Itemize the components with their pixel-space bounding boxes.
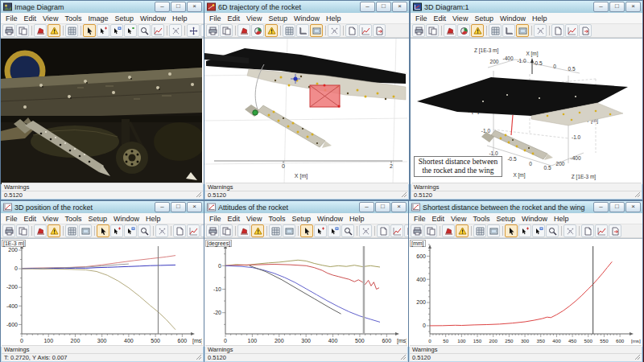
- frame-icon[interactable]: [283, 224, 295, 237]
- arrow-icon[interactable]: [83, 24, 96, 37]
- copy-icon[interactable]: [220, 24, 233, 37]
- copy-icon[interactable]: [16, 224, 29, 237]
- menu-item-edit[interactable]: Edit: [429, 215, 448, 223]
- track-icon[interactable]: [518, 224, 531, 237]
- maximize-button[interactable]: □: [376, 2, 391, 12]
- grid-icon[interactable]: [65, 224, 78, 237]
- titlebar[interactable]: Image Diagram – □ ×: [1, 1, 204, 13]
- fit-icon[interactable]: [328, 24, 341, 37]
- menu-item-help[interactable]: Help: [346, 215, 368, 223]
- menu-item-tools[interactable]: Tools: [61, 215, 85, 223]
- resize-grip[interactable]: [635, 192, 641, 198]
- move-icon[interactable]: [187, 24, 200, 37]
- chart-icon[interactable]: [565, 24, 578, 37]
- menu-item-tools[interactable]: Tools: [61, 14, 85, 23]
- close-button[interactable]: ×: [625, 2, 641, 12]
- close-button[interactable]: ×: [391, 202, 407, 212]
- warning-icon[interactable]: [456, 224, 469, 237]
- menu-item-window[interactable]: Window: [518, 215, 551, 223]
- page-icon[interactable]: [345, 24, 358, 37]
- arrow-icon[interactable]: [300, 224, 313, 237]
- printer-icon[interactable]: [411, 224, 423, 237]
- chart-icon[interactable]: [595, 224, 608, 237]
- arrow-icon[interactable]: [97, 224, 109, 237]
- titlebar[interactable]: Shortest distance between the rocket and…: [409, 201, 642, 213]
- menu-item-file[interactable]: File: [206, 215, 225, 223]
- disc-icon[interactable]: [251, 24, 264, 37]
- flag-icon[interactable]: [442, 224, 455, 237]
- zoom-icon[interactable]: [546, 224, 559, 237]
- menu-item-view[interactable]: View: [39, 215, 61, 223]
- trajectory-3d-view[interactable]: 0 2 X [m]: [204, 38, 409, 184]
- menu-item-window[interactable]: Window: [314, 215, 346, 223]
- zoom-icon[interactable]: [341, 224, 354, 237]
- menu-item-view[interactable]: View: [243, 215, 265, 223]
- grid-icon[interactable]: [283, 24, 295, 37]
- fit-icon[interactable]: [359, 224, 372, 237]
- close-button[interactable]: ×: [187, 202, 202, 212]
- axes-icon[interactable]: [502, 24, 515, 37]
- frame-icon[interactable]: [516, 24, 529, 37]
- chart-icon[interactable]: [151, 24, 164, 37]
- warning-icon[interactable]: [471, 24, 484, 37]
- minimize-button[interactable]: –: [155, 202, 170, 212]
- printer-icon[interactable]: [412, 24, 425, 37]
- menu-item-help[interactable]: Help: [529, 14, 551, 23]
- warning-icon[interactable]: [251, 224, 264, 237]
- printer-icon[interactable]: [206, 24, 219, 37]
- menu-item-view[interactable]: View: [449, 14, 471, 23]
- chart-icon[interactable]: [390, 224, 403, 237]
- maximize-button[interactable]: □: [375, 202, 390, 212]
- track-icon[interactable]: [97, 24, 109, 37]
- titlebar[interactable]: Attitudes of the rocket – □ ×: [204, 201, 408, 213]
- disc-icon[interactable]: [457, 24, 470, 37]
- axes-icon[interactable]: [296, 24, 309, 37]
- minimize-button[interactable]: –: [360, 2, 375, 12]
- printer-icon[interactable]: [206, 224, 219, 237]
- titlebar[interactable]: / 3D Diagram:1 – □ ×: [411, 1, 642, 13]
- warning-icon[interactable]: [265, 24, 278, 37]
- copy-icon[interactable]: [220, 224, 233, 237]
- grid-icon[interactable]: [489, 24, 502, 37]
- diagram-3d-view[interactable]: Shortest distance between the rocket and…: [411, 38, 642, 184]
- chart-icon[interactable]: [187, 224, 200, 237]
- export-icon[interactable]: [579, 24, 592, 37]
- flag-icon[interactable]: [34, 224, 47, 237]
- menu-item-file[interactable]: File: [2, 14, 21, 23]
- menu-item-file[interactable]: File: [411, 215, 429, 223]
- arrow-icon[interactable]: [505, 224, 518, 237]
- flag-icon[interactable]: [237, 24, 250, 37]
- page-icon[interactable]: [551, 24, 564, 37]
- minimize-button[interactable]: –: [593, 202, 609, 212]
- menu-item-file[interactable]: File: [2, 215, 21, 223]
- page-icon[interactable]: [377, 224, 390, 237]
- menu-item-edit[interactable]: Edit: [225, 215, 244, 223]
- copy-icon[interactable]: [424, 224, 437, 237]
- frame-icon[interactable]: [487, 224, 500, 237]
- menu-item-tools[interactable]: Tools: [469, 215, 493, 223]
- menu-item-setup[interactable]: Setup: [265, 14, 291, 23]
- menu-item-view[interactable]: View: [243, 14, 265, 23]
- maximize-button[interactable]: □: [171, 2, 186, 12]
- titlebar[interactable]: 3D position of the rocket – □ ×: [1, 201, 204, 213]
- page-icon[interactable]: [581, 224, 594, 237]
- track2-icon[interactable]: [328, 224, 341, 237]
- menu-item-view[interactable]: View: [39, 14, 61, 23]
- menu-item-edit[interactable]: Edit: [21, 215, 40, 223]
- copy-icon[interactable]: [16, 24, 29, 37]
- menu-item-help[interactable]: Help: [142, 215, 164, 223]
- menu-item-help[interactable]: Help: [323, 14, 345, 23]
- track-icon[interactable]: [110, 224, 123, 237]
- menu-item-setup[interactable]: Setup: [288, 215, 314, 223]
- menu-item-tools[interactable]: Tools: [265, 215, 288, 223]
- grid-icon[interactable]: [473, 224, 486, 237]
- menu-item-setup[interactable]: Setup: [471, 14, 497, 23]
- menu-item-image[interactable]: Image: [85, 14, 111, 23]
- zoom-icon[interactable]: [138, 224, 151, 237]
- menu-item-setup[interactable]: Setup: [85, 215, 110, 223]
- flag-icon[interactable]: [444, 24, 456, 37]
- printer-icon[interactable]: [2, 224, 15, 237]
- close-button[interactable]: ×: [392, 2, 407, 12]
- menu-item-window[interactable]: Window: [497, 14, 529, 23]
- menu-item-file[interactable]: File: [206, 14, 225, 23]
